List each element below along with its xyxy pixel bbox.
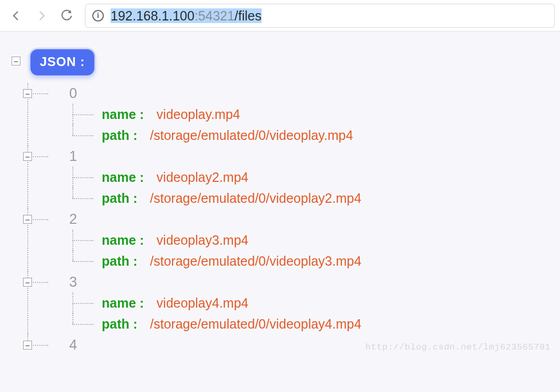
arrow-right-icon	[35, 9, 48, 22]
json-property: path : /storage/emulated/0/videoplay3.mp…	[69, 251, 548, 271]
property-key: path :	[102, 191, 137, 206]
json-array-item: − 0 name : videoplay.mp4 path : /storage…	[42, 83, 548, 146]
json-property: path : /storage/emulated/0/videoplay.mp4	[69, 125, 548, 146]
json-property: name : videoplay4.mp4	[69, 292, 548, 313]
array-index: 2	[69, 211, 77, 227]
property-key: name :	[102, 170, 144, 185]
property-value: videoplay4.mp4	[157, 296, 249, 311]
json-root-badge[interactable]: JSON :	[30, 49, 94, 75]
url-host: 192.168.1.100	[111, 8, 195, 23]
forward-button[interactable]	[30, 5, 52, 27]
collapse-toggle[interactable]: −	[23, 152, 32, 161]
property-value: videoplay.mp4	[157, 107, 240, 122]
array-index: 0	[69, 85, 77, 102]
arrow-left-icon	[10, 9, 23, 22]
json-array-item: − 3 name : videoplay4.mp4 path : /storag…	[42, 271, 548, 334]
address-bar[interactable]: i 192.168.1.100:54321/files	[85, 4, 555, 28]
json-property: path : /storage/emulated/0/videoplay2.mp…	[69, 188, 548, 209]
json-array-item: − 1 name : videoplay2.mp4 path : /storag…	[42, 146, 548, 209]
browser-toolbar: i 192.168.1.100:54321/files	[0, 0, 560, 31]
url-path: /files	[234, 8, 261, 23]
array-index: 1	[69, 148, 77, 165]
json-property: name : videoplay.mp4	[69, 104, 548, 125]
json-tree: − 0 name : videoplay.mp4 path : /storage…	[12, 83, 548, 355]
property-key: name :	[102, 296, 144, 311]
reload-button[interactable]	[56, 5, 78, 27]
root-collapse-toggle[interactable]: −	[12, 57, 20, 66]
property-key: name :	[102, 233, 144, 248]
url-text: 192.168.1.100:54321/files	[111, 4, 262, 28]
property-key: path :	[102, 317, 137, 332]
collapse-toggle[interactable]: −	[23, 278, 32, 287]
url-port: :54321	[195, 8, 234, 23]
back-button[interactable]	[5, 5, 27, 27]
json-property: name : videoplay3.mp4	[69, 230, 548, 251]
reload-icon	[60, 9, 73, 22]
info-icon[interactable]: i	[91, 8, 105, 23]
json-viewer: − JSON : − 0 name : videoplay.mp4 path :…	[0, 31, 560, 355]
json-property: name : videoplay2.mp4	[69, 167, 548, 188]
property-value: /storage/emulated/0/videoplay4.mp4	[150, 317, 361, 332]
collapse-toggle[interactable]: −	[23, 89, 32, 98]
property-value: videoplay2.mp4	[157, 170, 249, 185]
property-value: /storage/emulated/0/videoplay2.mp4	[150, 191, 361, 206]
property-value: /storage/emulated/0/videoplay3.mp4	[150, 254, 361, 269]
json-property: path : /storage/emulated/0/videoplay4.mp…	[69, 313, 548, 334]
collapse-toggle[interactable]: −	[23, 341, 32, 350]
json-array-item: − 2 name : videoplay3.mp4 path : /storag…	[42, 209, 548, 271]
array-index: 3	[69, 274, 77, 290]
property-key: name :	[102, 107, 144, 122]
property-value: videoplay3.mp4	[157, 233, 249, 248]
json-array-item: − 4	[42, 334, 548, 355]
property-key: path :	[102, 128, 137, 143]
collapse-toggle[interactable]: −	[23, 215, 32, 224]
property-key: path :	[102, 254, 137, 269]
property-value: /storage/emulated/0/videoplay.mp4	[150, 128, 353, 143]
array-index: 4	[69, 337, 77, 353]
